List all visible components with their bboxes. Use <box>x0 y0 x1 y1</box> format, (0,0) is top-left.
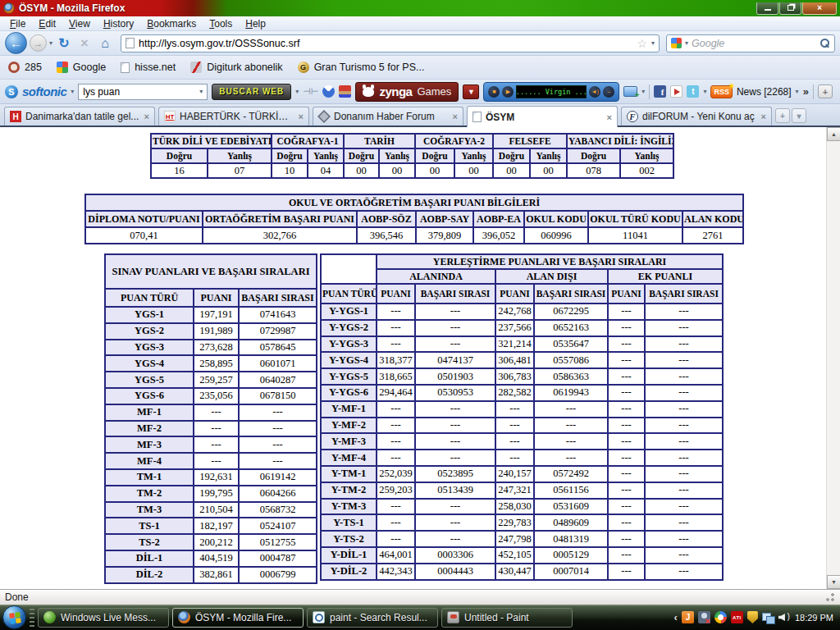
reload-icon[interactable]: ↻ <box>55 35 73 51</box>
tab-donanim-haber[interactable]: Donanım Haber Forum × <box>313 107 463 126</box>
column-header: ALAN DIŞI <box>495 269 608 284</box>
softonic-dropdown-icon[interactable] <box>71 88 74 95</box>
network-icon[interactable] <box>762 611 774 623</box>
player-minimize-icon[interactable]: – <box>603 86 614 98</box>
bookmark-item[interactable]: Digiturk abonelik <box>190 62 282 73</box>
news-dropdown-icon[interactable] <box>796 88 799 95</box>
stop-icon[interactable]: × <box>75 36 94 51</box>
rss-icon[interactable]: RSS <box>710 85 733 98</box>
facebook-icon[interactable] <box>654 85 666 98</box>
menu-item-bookmarks[interactable]: Bookmarks <box>140 17 203 30</box>
restore-button[interactable] <box>779 2 801 15</box>
history-dropdown-icon[interactable] <box>49 39 52 47</box>
value-cell: --- <box>645 401 723 418</box>
menu-item-tools[interactable]: Tools <box>203 17 239 30</box>
menu-item-view[interactable]: View <box>62 17 97 30</box>
messenger-offline-icon[interactable] <box>698 611 710 623</box>
new-tab-button[interactable] <box>775 108 790 123</box>
bookmark-item[interactable]: 285 <box>8 62 42 73</box>
bookmark-item[interactable]: hisse.net <box>121 62 176 73</box>
vertical-scrollbar[interactable]: ▲ ▼ <box>826 127 840 589</box>
toolbar-search-input[interactable]: lys puan <box>78 84 208 100</box>
value-cell: --- <box>608 531 645 547</box>
value-cell: 259,257 <box>194 372 239 388</box>
value-cell: 0481319 <box>534 531 608 547</box>
forward-button[interactable]: → <box>30 34 47 52</box>
player-volume-icon[interactable]: ◄) <box>589 86 600 98</box>
volume-icon[interactable] <box>778 611 791 623</box>
start-button[interactable] <box>2 605 26 629</box>
window-titlebar[interactable]: ÖSYM - Mozilla Firefox × <box>0 0 840 16</box>
table-row: OKUL VE ORTAÖĞRETİM BAŞARI PUANI BİLGİLE… <box>85 194 743 211</box>
overflow-chevron-icon[interactable] <box>803 85 809 98</box>
row-label-cell: MF-3 <box>105 436 194 453</box>
tv-icon[interactable] <box>623 86 637 97</box>
bookmark-star-icon[interactable]: ☆ <box>637 38 647 49</box>
home-icon[interactable]: ⌂ <box>96 36 114 51</box>
table-title: SINAV PUANLARI VE BAŞARI SIRALARI <box>105 254 317 289</box>
tv-dropdown-icon[interactable] <box>641 88 645 95</box>
tray-chevron-icon[interactable] <box>674 611 678 623</box>
player-play-icon[interactable]: ▶ <box>502 86 514 98</box>
tab-close-icon[interactable]: × <box>453 112 458 121</box>
taskbar-grip[interactable] <box>30 609 34 627</box>
add-toolbar-item-button[interactable] <box>818 84 833 98</box>
bookmark-item[interactable]: Google <box>57 62 106 73</box>
tab-close-icon[interactable]: × <box>299 112 304 121</box>
java-icon[interactable] <box>682 611 694 623</box>
twitter-icon[interactable] <box>687 85 699 98</box>
scroll-down-icon[interactable]: ▼ <box>827 575 840 589</box>
news-feed-label[interactable]: News [2268] <box>737 86 792 98</box>
media-player-widget[interactable]: ■ ▶ ...... Virgin ... ◄) – <box>483 82 619 102</box>
menu-item-file[interactable]: File <box>3 17 32 30</box>
minimize-button[interactable] <box>756 2 778 15</box>
close-button[interactable]: × <box>802 2 837 15</box>
tab-close-icon[interactable]: × <box>144 112 149 121</box>
taskbar-button-paint[interactable]: Untitled - Paint <box>441 608 573 628</box>
ati-icon[interactable] <box>731 611 743 623</box>
buscar-dropdown-icon[interactable] <box>295 88 299 95</box>
url-dropdown-icon[interactable] <box>651 39 655 47</box>
mario-icon[interactable] <box>339 85 351 98</box>
taskbar-button-paint-search[interactable]: paint - Search Resul... <box>307 608 438 628</box>
toolbar-search-dropdown-icon[interactable] <box>199 88 203 95</box>
back-button[interactable]: ← <box>5 32 27 54</box>
tab-close-icon[interactable]: × <box>607 112 612 122</box>
tab-dilforum[interactable]: dilFORUM - Yeni Konu aç × <box>621 107 772 126</box>
search-input[interactable]: Google <box>666 34 835 52</box>
tab-danimarka[interactable]: Danimarka'dan tatile gel... × <box>4 107 155 126</box>
player-prev-icon[interactable]: ■ <box>488 86 500 98</box>
tab-osym[interactable]: ÖSYM × <box>467 106 618 127</box>
zynga-dropdown-icon[interactable]: ▼ <box>463 84 479 99</box>
search-icon[interactable] <box>819 38 830 48</box>
search-engine-dropdown-icon[interactable] <box>685 39 688 47</box>
scroll-up-icon[interactable]: ▲ <box>827 127 840 141</box>
taskbar-button-messenger[interactable]: Windows Live Mess... <box>38 608 169 628</box>
table-row: MF-3------ <box>105 436 317 453</box>
value-cell: 00 <box>379 163 415 178</box>
buscar-web-button[interactable]: BUSCAR WEB <box>212 84 291 100</box>
toolbar-handle-icon[interactable] <box>303 86 318 97</box>
security-shield-icon[interactable] <box>747 611 758 623</box>
zynga-games-banner[interactable]: zynga Games <box>355 82 459 102</box>
row-label-cell: Y-YGS-5 <box>321 368 377 385</box>
url-text[interactable]: http://lys.osym.gov.tr/OSSSonuc.srf <box>139 38 632 49</box>
tab-haberturk[interactable]: HABERTÜRK - TÜRKİYE'... × <box>158 107 309 126</box>
pacman-icon[interactable] <box>322 85 335 98</box>
menu-item-help[interactable]: Help <box>239 17 272 30</box>
social-dropdown-icon[interactable] <box>703 88 706 95</box>
softonic-icon[interactable] <box>5 85 18 98</box>
list-tabs-button[interactable] <box>792 108 806 123</box>
value-cell: 294,464 <box>377 385 415 401</box>
resize-grip[interactable] <box>825 592 835 602</box>
softonic-label[interactable]: softonic <box>22 84 66 98</box>
player-display: ...... Virgin ... <box>516 85 587 98</box>
bookmark-item[interactable]: Gran Turismo 5 for PS... <box>298 62 425 73</box>
taskbar-button-firefox[interactable]: ÖSYM - Mozilla Fire... <box>172 608 304 628</box>
tab-close-icon[interactable]: × <box>761 112 766 121</box>
google-desktop-icon[interactable] <box>714 611 727 623</box>
menu-item-edit[interactable]: Edit <box>32 17 62 30</box>
url-bar[interactable]: http://lys.osym.gov.tr/OSSSonuc.srf ☆ <box>121 34 660 52</box>
youtube-icon[interactable] <box>670 85 682 98</box>
menu-item-history[interactable]: History <box>97 17 140 30</box>
